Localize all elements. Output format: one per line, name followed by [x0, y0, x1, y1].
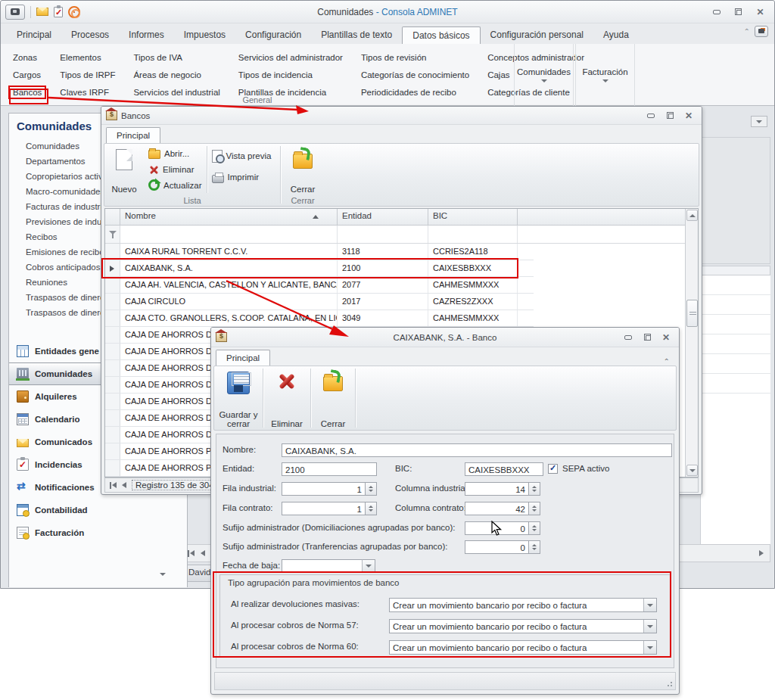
- menu-tab[interactable]: Configuración personal: [481, 26, 593, 44]
- sufijo-dom-input[interactable]: 0: [465, 521, 529, 535]
- close-button[interactable]: ✕: [680, 110, 697, 121]
- app-menu-button[interactable]: [5, 5, 25, 20]
- ribbon-item[interactable]: Categorías de conocimiento: [358, 70, 472, 80]
- fila-contrato-input[interactable]: 1: [282, 502, 366, 515]
- delete-x-icon: [148, 164, 159, 175]
- fecha-baja-input[interactable]: [282, 559, 363, 573]
- previous-record-icon[interactable]: [201, 549, 205, 558]
- first-record-icon[interactable]: [188, 550, 195, 557]
- sepa-checkbox[interactable]: [548, 464, 558, 474]
- guardar-y-cerrar-button[interactable]: Guardar y cerrar: [214, 366, 263, 430]
- table-row[interactable]: CAJA CTO. GRANOLLERS, S.COOP. CATALANA, …: [105, 310, 534, 327]
- menu-tab[interactable]: Datos básicos: [402, 26, 480, 44]
- filter-cell-bic[interactable]: [428, 226, 518, 243]
- nuevo-button[interactable]: Nuevo: [104, 144, 144, 195]
- column-header-nombre[interactable]: Nombre: [120, 209, 338, 225]
- ribbon-item[interactable]: Servicios del administrador: [235, 52, 346, 63]
- scroll-up-icon[interactable]: [686, 210, 698, 221]
- minimize-button[interactable]: [707, 5, 726, 18]
- menu-tab[interactable]: Ayuda: [593, 26, 639, 44]
- filter-cell-entidad[interactable]: [338, 226, 428, 243]
- table-row[interactable]: CAIXA RURAL TORRENT C.C.V. 3118 CCRIES2A…: [105, 244, 534, 260]
- previous-record-icon[interactable]: [122, 481, 126, 490]
- scroll-down-icon[interactable]: [686, 465, 698, 476]
- table-row[interactable]: CAJA CIRCULO 2017 CAZRES2ZXXX: [105, 294, 534, 310]
- ribbon-item[interactable]: Tipos de incidencia: [235, 70, 346, 80]
- imprimir-button[interactable]: Imprimir: [212, 170, 272, 185]
- minimize-button[interactable]: [643, 110, 659, 121]
- spinner[interactable]: [529, 521, 540, 535]
- eliminar-button[interactable]: Eliminar: [148, 163, 202, 177]
- close-button[interactable]: ✕: [751, 5, 770, 18]
- ribbon-collapse-icon[interactable]: ⌃: [744, 27, 750, 36]
- menu-tab[interactable]: Plantillas de texto: [311, 26, 402, 44]
- restore-button[interactable]: [639, 331, 655, 343]
- next-record-icon[interactable]: [759, 550, 764, 556]
- close-button[interactable]: ✕: [658, 331, 674, 343]
- tab-principal[interactable]: Principal: [106, 127, 160, 143]
- first-record-icon[interactable]: [110, 482, 117, 489]
- menu-tab[interactable]: Configuración: [235, 26, 311, 44]
- tab-principal[interactable]: Principal: [216, 350, 270, 366]
- tasks-check-icon[interactable]: [54, 7, 63, 17]
- broadcast-icon[interactable]: [68, 6, 80, 18]
- filter-cell-nombre[interactable]: [120, 226, 338, 243]
- actualizar-button[interactable]: Actualizar: [148, 178, 202, 192]
- nombre-input[interactable]: CAIXABANK, S.A.: [282, 443, 672, 457]
- ribbon-item[interactable]: Zonas: [10, 52, 45, 63]
- fecha-baja-dropdown[interactable]: [362, 559, 375, 573]
- sufijo-tra-input[interactable]: 0: [465, 540, 529, 554]
- ribbon-item[interactable]: Elementos: [57, 52, 118, 63]
- column-header-bic[interactable]: BIC: [428, 209, 518, 225]
- chevron-down-icon[interactable]: [643, 641, 656, 654]
- row-indicator: [105, 394, 120, 409]
- cerrar-button[interactable]: Cerrar: [311, 366, 355, 430]
- ribbon-item[interactable]: Tipos de IRPF: [57, 70, 118, 80]
- menu-tab[interactable]: Procesos: [61, 26, 119, 44]
- spinner[interactable]: [529, 482, 540, 496]
- abrir-button[interactable]: Abrir...: [148, 147, 202, 161]
- ribbon-item[interactable]: Tipos de IVA: [130, 52, 223, 63]
- sidebar-nav-item[interactable]: Contabilidad: [9, 499, 187, 521]
- restore-button[interactable]: [729, 5, 748, 18]
- table-row[interactable]: CAIXABANK, S.A. 2100 CAIXESBBXXX: [105, 260, 534, 277]
- chevron-down-icon[interactable]: [643, 599, 656, 611]
- fila-industrial-input[interactable]: 1: [282, 482, 366, 496]
- menu-tab[interactable]: Principal: [7, 26, 61, 44]
- spinner[interactable]: [366, 502, 377, 515]
- eliminar-button[interactable]: Eliminar: [263, 366, 310, 430]
- spinner[interactable]: [529, 502, 540, 515]
- spinner[interactable]: [366, 482, 377, 496]
- ribbon-item[interactable]: Tipos de revisión: [358, 52, 472, 63]
- restore-button[interactable]: [661, 110, 678, 121]
- menu-tab[interactable]: Impuestos: [174, 26, 235, 44]
- entidad-input[interactable]: 2100: [282, 462, 377, 476]
- resize-grip[interactable]: [665, 680, 673, 687]
- ribbon-item[interactable]: Cargos: [10, 70, 45, 80]
- mini-app-icon[interactable]: [755, 26, 768, 37]
- menu-tab[interactable]: Informes: [119, 26, 174, 44]
- vista-previa-button[interactable]: Vista previa: [212, 148, 272, 163]
- bic-input[interactable]: CAIXESBBXXX: [465, 462, 543, 476]
- sidebar-collapse-icon[interactable]: [160, 573, 166, 576]
- table-row[interactable]: CAJA AH. VALENCIA, CASTELLON Y ALICANTE,…: [105, 277, 534, 294]
- norma57-combo[interactable]: Crear un movimiento bancario por recibo …: [389, 619, 657, 633]
- scrollbar-thumb[interactable]: [686, 300, 698, 327]
- chevron-down-icon[interactable]: [643, 620, 656, 633]
- minimize-button[interactable]: [620, 331, 636, 343]
- sidebar-nav-item[interactable]: Facturación: [9, 521, 187, 544]
- devoluciones-combo[interactable]: Crear un movimiento bancario por recibo …: [389, 598, 657, 612]
- background-dropdown-button[interactable]: [751, 116, 767, 127]
- cerrar-button[interactable]: Cerrar: [281, 144, 325, 195]
- grid-vertical-scrollbar[interactable]: [685, 209, 698, 477]
- spinner[interactable]: [529, 540, 540, 554]
- mail-icon[interactable]: [36, 8, 48, 16]
- columna-contrato-input[interactable]: 42: [465, 502, 529, 515]
- ribbon-item[interactable]: Áreas de negocio: [130, 70, 223, 80]
- column-header-entidad[interactable]: Entidad: [338, 209, 428, 225]
- columna-industrial-input[interactable]: 14: [465, 482, 529, 496]
- collapse-ribbon-icon[interactable]: ⌃: [664, 357, 674, 366]
- ribbon-dropdown-button[interactable]: Comunidades: [514, 44, 574, 106]
- ribbon-dropdown-button[interactable]: Facturación: [575, 44, 635, 106]
- norma60-combo[interactable]: Crear un movimiento bancario por recibo …: [389, 640, 657, 655]
